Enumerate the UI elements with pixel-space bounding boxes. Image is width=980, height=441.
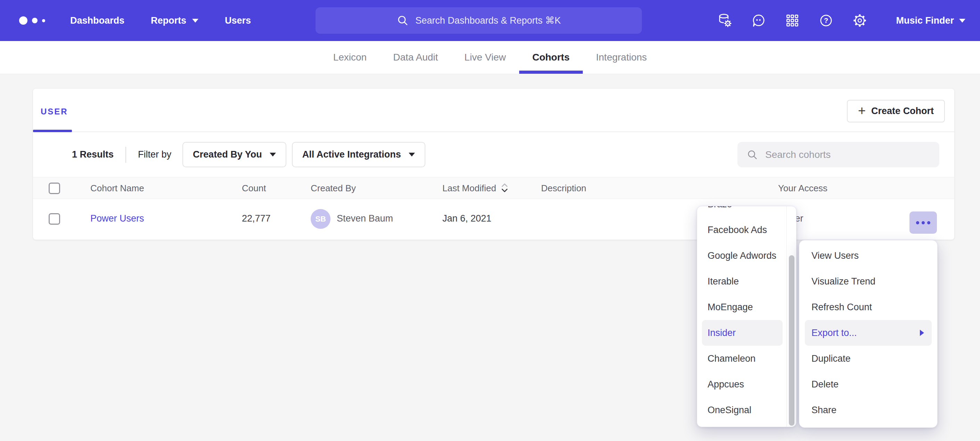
row-checkbox[interactable]: [49, 213, 60, 225]
export-destinations-menu: Braze Facebook Ads Google Adwords Iterab…: [697, 206, 797, 427]
menu-item-google-adwords[interactable]: Google Adwords: [702, 243, 783, 268]
created-by-name: Steven Baum: [337, 213, 393, 224]
menu-item-export-to[interactable]: Export to...: [805, 320, 932, 346]
section-tabbar: Lexicon Data Audit Live View Cohorts Int…: [0, 41, 980, 74]
top-navigation-bar: Dashboards Reports Users Search Dashboar…: [0, 0, 980, 41]
avatar: SB: [311, 209, 331, 229]
menu-item-facebook-ads[interactable]: Facebook Ads: [702, 217, 783, 243]
feedback-icon[interactable]: [751, 13, 767, 29]
tab-integrations[interactable]: Integrations: [583, 41, 660, 74]
apps-grid-icon[interactable]: [784, 13, 800, 29]
create-cohort-button[interactable]: + Create Cohort: [847, 100, 945, 122]
chevron-down-icon: [409, 153, 415, 157]
tab-cohorts[interactable]: Cohorts: [519, 41, 583, 74]
nav-dashboards[interactable]: Dashboards: [70, 15, 124, 26]
menu-item-onesignal[interactable]: OneSignal: [702, 397, 783, 423]
table-row: Power Users 22,777 SB Steven Baum Jan 6,…: [33, 199, 954, 239]
col-last-modified[interactable]: Last Modified: [442, 177, 509, 199]
search-icon: [746, 149, 758, 161]
export-destinations-list: Braze Facebook Ads Google Adwords Iterab…: [702, 206, 783, 423]
brand-logo-icon[interactable]: [19, 16, 45, 25]
cohort-name-link[interactable]: Power Users: [91, 213, 144, 224]
col-your-access: Your Access: [778, 177, 827, 199]
menu-item-view-users[interactable]: View Users: [799, 243, 937, 268]
menu-item-visualize-trend[interactable]: Visualize Trend: [799, 268, 937, 294]
tab-live-view[interactable]: Live View: [451, 41, 519, 74]
svg-text:?: ?: [824, 17, 828, 24]
cohort-count: 22,777: [242, 213, 271, 224]
card-header: USER + Create Cohort: [33, 89, 954, 132]
col-created-by: Created By: [311, 177, 356, 199]
cohort-search-box: [737, 142, 939, 167]
plus-icon: +: [858, 104, 865, 117]
workspace-switcher[interactable]: Music Finder: [896, 15, 966, 26]
workspace-name: Music Finder: [896, 15, 954, 26]
divider: [126, 147, 126, 163]
sort-icon[interactable]: [500, 179, 509, 201]
nav-reports[interactable]: Reports: [151, 15, 199, 26]
col-count: Count: [242, 177, 266, 199]
results-count: 1 Results: [72, 149, 114, 160]
menu-scrollbar-thumb[interactable]: [789, 255, 794, 426]
menu-item-share[interactable]: Share: [799, 397, 937, 423]
menu-scrollbar-track[interactable]: [786, 206, 796, 427]
table-header-row: Cohort Name Count Created By Last Modifi…: [33, 177, 954, 199]
filter-toolbar: 1 Results Filter by Created By You All A…: [33, 132, 954, 177]
active-tab-underline: [519, 70, 583, 74]
created-by-filter-dropdown[interactable]: Created By You: [183, 142, 286, 167]
menu-item-refresh-count[interactable]: Refresh Count: [799, 294, 937, 320]
menu-item-appcues[interactable]: Appcues: [702, 371, 783, 397]
chevron-down-icon: [270, 153, 276, 157]
select-all-checkbox[interactable]: [49, 182, 60, 194]
filter-by-label: Filter by: [138, 149, 171, 160]
menu-item-insider[interactable]: Insider: [702, 320, 783, 346]
chevron-down-icon: [192, 19, 199, 22]
topnav-right-cluster: ? Music Finder: [717, 13, 970, 29]
menu-item-iterable[interactable]: Iterable: [702, 268, 783, 294]
cohorts-card: USER + Create Cohort 1 Results Filter by…: [33, 89, 954, 240]
col-cohort-name: Cohort Name: [91, 177, 144, 199]
settings-icon[interactable]: [852, 13, 868, 29]
menu-item-delete[interactable]: Delete: [799, 371, 937, 397]
menu-item-moengage[interactable]: MoEngage: [702, 294, 783, 320]
tab-lexicon[interactable]: Lexicon: [320, 41, 380, 74]
row-actions-button[interactable]: [910, 211, 937, 234]
submenu-arrow-icon: [920, 330, 924, 336]
cohorts-page: Dashboards Reports Users Search Dashboar…: [0, 0, 980, 441]
last-modified-date: Jan 6, 2021: [442, 213, 492, 224]
nav-users[interactable]: Users: [225, 15, 251, 26]
user-tab-underline: [33, 130, 72, 132]
tab-user-cohorts[interactable]: USER: [41, 107, 68, 117]
global-search-input[interactable]: Search Dashboards & Reports ⌘K: [315, 7, 642, 34]
data-management-icon[interactable]: [717, 13, 733, 29]
menu-item-chameleon[interactable]: Chameleon: [702, 346, 783, 371]
menu-item-braze[interactable]: Braze: [702, 206, 783, 217]
cohort-search-input[interactable]: [765, 149, 930, 160]
help-icon[interactable]: ?: [818, 13, 834, 29]
integrations-filter-dropdown[interactable]: All Active Integrations: [292, 142, 425, 167]
col-description: Description: [541, 177, 586, 199]
chevron-down-icon: [959, 19, 966, 22]
cohort-actions-menu: View Users Visualize Trend Refresh Count…: [799, 240, 938, 428]
tab-data-audit[interactable]: Data Audit: [380, 41, 451, 74]
global-search-placeholder: Search Dashboards & Reports ⌘K: [415, 15, 561, 26]
menu-item-duplicate[interactable]: Duplicate: [799, 346, 937, 371]
search-icon: [396, 14, 409, 27]
